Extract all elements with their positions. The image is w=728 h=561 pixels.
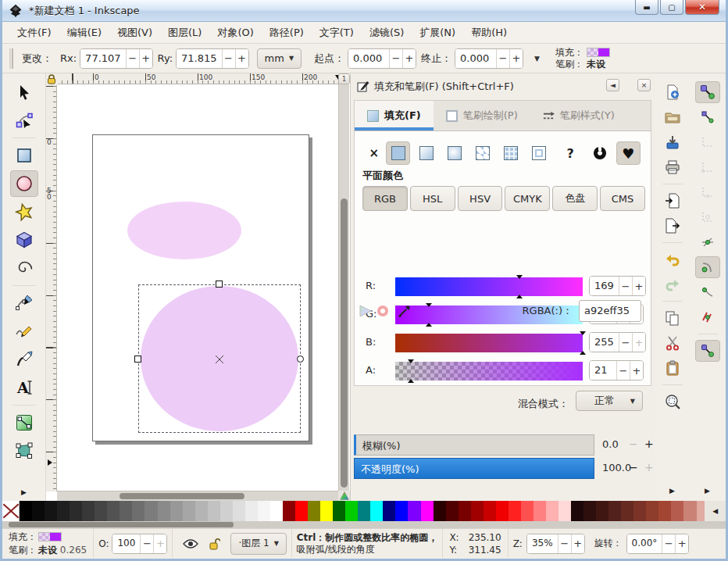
- palette-swatch[interactable]: [646, 501, 658, 521]
- tab-rgb[interactable]: RGB: [362, 186, 408, 211]
- palette-swatch[interactable]: [697, 501, 705, 521]
- blur-decrement[interactable]: −: [629, 438, 638, 450]
- palette-swatch[interactable]: [308, 501, 320, 521]
- palette-swatch[interactable]: [683, 501, 696, 521]
- zoom-value[interactable]: 35%: [527, 534, 558, 553]
- ellipse-arc-handle[interactable]: [297, 356, 304, 363]
- blur-slider[interactable]: 模糊(%): [354, 434, 594, 456]
- toolbar-stroke-value[interactable]: 未设: [585, 59, 612, 70]
- toolbar-fill-swatch[interactable]: [587, 48, 610, 57]
- palette-swatch[interactable]: [521, 501, 534, 521]
- rgba-input[interactable]: a92eff35: [579, 300, 641, 322]
- dialog-collapse-button[interactable]: ◄: [606, 79, 619, 91]
- zoom-selection-button[interactable]: [660, 391, 685, 413]
- toolbar-grip[interactable]: [9, 48, 13, 69]
- palette-swatch[interactable]: [107, 501, 120, 521]
- palette-swatch[interactable]: [434, 501, 446, 521]
- palette-scrollbar[interactable]: [2, 521, 726, 528]
- minimize-button[interactable]: ▬: [635, 0, 658, 15]
- palette-scrollbar-thumb[interactable]: [9, 522, 234, 527]
- tool-gradient[interactable]: [10, 409, 38, 436]
- menu-layer[interactable]: 图层(L): [161, 23, 209, 43]
- ruler-corner[interactable]: [46, 73, 58, 85]
- page-scroll-button[interactable]: 1: [338, 73, 350, 84]
- tab-stroke-paint[interactable]: 笔刷绘制(P): [434, 101, 530, 130]
- commands-overflow-arrow[interactable]: ▶: [669, 487, 675, 495]
- snap-bbox-button[interactable]: [695, 106, 720, 128]
- tab-hsl[interactable]: HSL: [410, 186, 455, 211]
- rx-decrement[interactable]: −: [126, 49, 139, 68]
- vertical-scrollbar[interactable]: [338, 84, 349, 491]
- palette-swatch[interactable]: [496, 501, 509, 521]
- layer-lock-open-icon[interactable]: [209, 538, 220, 550]
- palette-swatch[interactable]: [509, 501, 521, 521]
- palette-swatch[interactable]: [421, 501, 434, 521]
- palette-swatch[interactable]: [270, 501, 283, 521]
- rotation-value[interactable]: 0.00°: [627, 534, 662, 553]
- blur-increment[interactable]: +: [644, 438, 654, 450]
- palette-swatch[interactable]: [671, 501, 683, 521]
- palette-swatch[interactable]: [633, 501, 646, 521]
- menu-file[interactable]: 文件(F): [10, 23, 59, 43]
- palette-swatch[interactable]: [158, 501, 170, 521]
- color-ring-icon[interactable]: [376, 304, 390, 318]
- fill-rule-evenodd-button[interactable]: ♥: [616, 141, 641, 165]
- tool-node-editor[interactable]: [10, 107, 38, 134]
- palette-swatch[interactable]: [583, 501, 596, 521]
- palette-swatch[interactable]: [534, 501, 546, 521]
- palette-swatch[interactable]: [383, 501, 395, 521]
- palette-swatch[interactable]: [484, 501, 496, 521]
- blue-slider[interactable]: [395, 331, 583, 355]
- save-document-button[interactable]: [660, 131, 685, 153]
- palette-swatch[interactable]: [82, 501, 95, 521]
- color-wheel-icon[interactable]: [359, 304, 373, 318]
- opacity-decrement[interactable]: −: [629, 461, 638, 473]
- red-slider[interactable]: [395, 275, 583, 298]
- linear-gradient-button[interactable]: [414, 141, 438, 165]
- menu-help[interactable]: 帮助(H): [464, 23, 514, 43]
- unit-dropdown[interactable]: mm ▼: [257, 48, 302, 69]
- snap-nodes-button[interactable]: [695, 231, 720, 253]
- tool-text[interactable]: A: [10, 374, 38, 401]
- palette-swatch[interactable]: [295, 501, 308, 521]
- palette-swatch[interactable]: [546, 501, 558, 521]
- tab-cms[interactable]: CMS: [600, 186, 645, 211]
- palette-swatch[interactable]: [608, 501, 621, 521]
- unknown-paint-button[interactable]: [527, 141, 551, 165]
- menu-extensions[interactable]: 扩展(N): [412, 23, 462, 43]
- palette-swatch[interactable]: [333, 501, 345, 521]
- palette-swatch[interactable]: [345, 501, 358, 521]
- red-spinner[interactable]: 169−+: [589, 276, 646, 296]
- palette-swatch[interactable]: [320, 501, 333, 521]
- object-opacity-value[interactable]: 100: [112, 534, 140, 553]
- palette-swatch[interactable]: [57, 501, 70, 521]
- snap-intersection-button[interactable]: [695, 306, 720, 328]
- tool-3d-box[interactable]: [10, 227, 38, 253]
- menu-object[interactable]: 对象(O): [210, 23, 260, 43]
- cms-toggle-button[interactable]: [338, 491, 350, 501]
- menu-view[interactable]: 视图(V): [110, 23, 159, 43]
- palette-swatch[interactable]: [132, 501, 145, 521]
- opacity-increment[interactable]: +: [644, 461, 654, 473]
- end-value[interactable]: 0.000: [455, 49, 496, 68]
- snap-path-node-button[interactable]: [695, 281, 720, 303]
- palette-swatch[interactable]: [658, 501, 671, 521]
- unknown-button[interactable]: ?: [562, 146, 580, 161]
- tool-rectangle[interactable]: [10, 142, 38, 169]
- snap-others-button[interactable]: [695, 340, 720, 362]
- open-document-button[interactable]: [660, 106, 685, 128]
- palette-no-color[interactable]: [2, 501, 20, 521]
- no-paint-button[interactable]: ×: [366, 146, 382, 160]
- rx-increment[interactable]: +: [139, 49, 152, 68]
- menu-text[interactable]: 文字(T): [312, 23, 361, 43]
- status-fill-stroke[interactable]: 填充： 笔刷： 未设 0.265: [2, 529, 94, 558]
- flat-color-button[interactable]: [386, 141, 410, 165]
- radial-gradient-button[interactable]: [442, 141, 466, 165]
- ry-value[interactable]: 71.815: [177, 49, 222, 68]
- start-increment[interactable]: +: [402, 49, 416, 68]
- eyedropper-icon[interactable]: [398, 304, 412, 318]
- horizontal-scrollbar[interactable]: [57, 491, 338, 501]
- toolbar-overflow-arrow[interactable]: ▼: [534, 55, 540, 63]
- tool-pencil[interactable]: [10, 318, 38, 345]
- fill-rule-nonzero-button[interactable]: [588, 141, 612, 165]
